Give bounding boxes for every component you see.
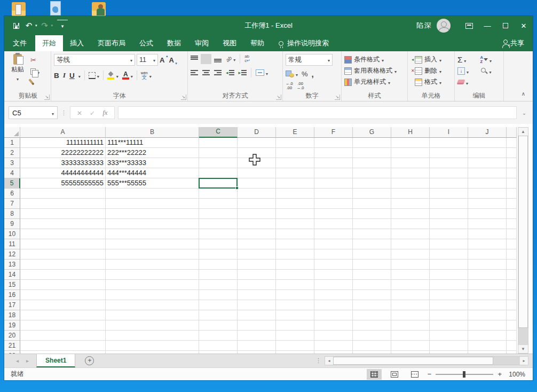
cell-partial-12[interactable] — [507, 249, 517, 260]
cell-J16[interactable] — [468, 290, 507, 300]
conditional-formatting-button[interactable]: 条件格式 — [344, 54, 405, 65]
zoom-slider-thumb[interactable] — [463, 371, 465, 378]
row-header-19[interactable]: 19 — [4, 320, 20, 331]
cell-G21[interactable] — [353, 341, 391, 351]
user-avatar[interactable] — [437, 19, 451, 33]
cell-D9[interactable] — [238, 219, 276, 229]
cell-H19[interactable] — [391, 320, 430, 331]
font-size-dropdown-arrow-icon[interactable] — [153, 56, 155, 64]
user-name[interactable]: 陷深 — [416, 21, 432, 30]
cell-D10[interactable] — [238, 229, 276, 239]
undo-dropdown-arrow-icon[interactable]: ▾ — [35, 23, 37, 28]
cell-G4[interactable] — [353, 168, 391, 178]
cell-H6[interactable] — [391, 189, 430, 199]
cell-G6[interactable] — [353, 189, 391, 199]
cell-E14[interactable] — [276, 270, 314, 280]
find-select-button[interactable] — [480, 66, 501, 76]
align-center-button[interactable] — [202, 69, 210, 76]
cell-J7[interactable] — [468, 199, 507, 209]
cell-H17[interactable] — [391, 300, 430, 310]
cell-C15[interactable] — [199, 280, 238, 290]
cell-H4[interactable] — [391, 168, 430, 178]
cell-J6[interactable] — [468, 189, 507, 199]
cell-B13[interactable] — [106, 260, 199, 270]
cell-B3[interactable]: 333***33333 — [106, 158, 199, 168]
cell-I17[interactable] — [430, 300, 468, 310]
cell-E8[interactable] — [276, 209, 314, 219]
cell-I4[interactable] — [430, 168, 468, 178]
cell-E15[interactable] — [276, 280, 314, 290]
collapse-ribbon-icon[interactable] — [522, 91, 525, 97]
increase-indent-button[interactable]: ▸ — [239, 69, 247, 76]
cell-D2[interactable] — [238, 148, 276, 158]
cell-D11[interactable] — [238, 239, 276, 249]
wrap-text-button[interactable]: abc — [244, 54, 250, 63]
merge-dropdown-arrow-icon[interactable] — [266, 68, 268, 77]
cell-G15[interactable] — [353, 280, 391, 290]
cell-B11[interactable] — [106, 239, 199, 249]
cell-I7[interactable] — [430, 199, 468, 209]
cell-J19[interactable] — [468, 320, 507, 331]
previous-sheet-icon[interactable] — [16, 358, 19, 364]
select-all-corner[interactable] — [4, 127, 20, 138]
page-layout-view-button[interactable] — [387, 369, 402, 380]
cell-partial-3[interactable] — [507, 158, 517, 168]
increase-font-size-button[interactable]: A — [160, 56, 167, 64]
cell-G16[interactable] — [353, 290, 391, 300]
cell-A15[interactable] — [20, 280, 106, 290]
cell-partial-11[interactable] — [507, 239, 517, 249]
cell-A8[interactable] — [20, 209, 106, 219]
cell-partial-9[interactable] — [507, 219, 517, 229]
cell-C12[interactable] — [199, 249, 238, 260]
cell-G1[interactable] — [353, 138, 391, 148]
cell-G12[interactable] — [353, 249, 391, 260]
tab-开始[interactable]: 开始 — [35, 35, 63, 51]
cell-D8[interactable] — [238, 209, 276, 219]
fill-color-dropdown-arrow-icon[interactable] — [116, 70, 119, 80]
cell-I6[interactable] — [430, 189, 468, 199]
column-header-B[interactable]: B — [106, 127, 199, 138]
horizontal-scrollbar-thumb[interactable] — [333, 357, 493, 365]
cell-I10[interactable] — [430, 229, 468, 239]
cell-C21[interactable] — [199, 341, 238, 351]
cell-C2[interactable] — [199, 148, 238, 158]
cell-F16[interactable] — [314, 290, 353, 300]
cell-B9[interactable] — [106, 219, 199, 229]
cell-B20[interactable] — [106, 331, 199, 341]
cell-H8[interactable] — [391, 209, 430, 219]
cell-partial-5[interactable] — [507, 178, 517, 189]
font-dialog-launcher-icon[interactable] — [181, 95, 186, 99]
cell-D18[interactable] — [238, 310, 276, 320]
column-header-A[interactable]: A — [20, 127, 106, 138]
percent-style-button[interactable]: % — [302, 70, 308, 78]
cell-F15[interactable] — [314, 280, 353, 290]
format-cells-button[interactable]: 格式 — [410, 76, 452, 88]
cell-I8[interactable] — [430, 209, 468, 219]
cell-A13[interactable] — [20, 260, 106, 270]
cell-F17[interactable] — [314, 300, 353, 310]
cell-partial-13[interactable] — [507, 260, 517, 270]
decrease-decimal-button[interactable]: .00→.0 — [297, 82, 304, 90]
cell-J15[interactable] — [468, 280, 507, 290]
fill-dropdown-arrow-icon[interactable] — [467, 66, 469, 76]
cell-A10[interactable] — [20, 229, 106, 239]
cell-J12[interactable] — [468, 249, 507, 260]
name-box[interactable]: C5 — [9, 106, 58, 119]
cell-C5[interactable] — [199, 178, 238, 189]
column-header-H[interactable]: H — [391, 127, 430, 138]
cell-partial-21[interactable] — [507, 341, 517, 351]
formula-input[interactable] — [118, 106, 517, 119]
phonetic-guide-button[interactable]: wén文 — [141, 70, 152, 80]
insert-function-button[interactable]: fx — [102, 108, 107, 117]
cell-I5[interactable] — [430, 178, 468, 189]
cell-G13[interactable] — [353, 260, 391, 270]
number-dialog-launcher-icon[interactable] — [335, 95, 340, 99]
row-header-6[interactable]: 6 — [4, 189, 20, 199]
cell-J10[interactable] — [468, 229, 507, 239]
cell-B5[interactable]: 555***55555 — [106, 178, 199, 189]
cell-H18[interactable] — [391, 310, 430, 320]
cell-partial-19[interactable] — [507, 320, 517, 331]
cell-B15[interactable] — [106, 280, 199, 290]
sheet-tab-sheet1[interactable]: Sheet1 — [36, 354, 75, 367]
cell-J1[interactable] — [468, 138, 507, 148]
